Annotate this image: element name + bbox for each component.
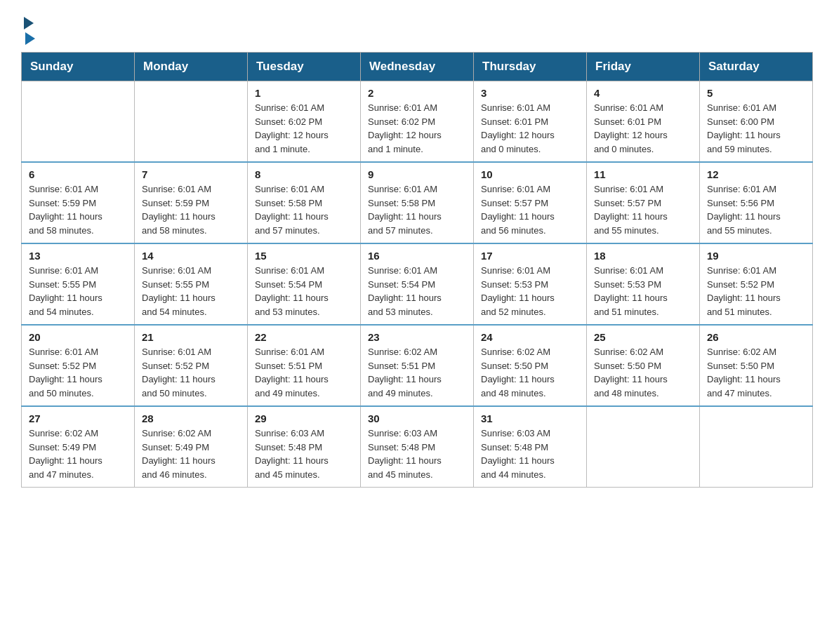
day-info: Sunrise: 6:03 AM Sunset: 5:48 PM Dayligh… (481, 427, 579, 481)
day-info: Sunrise: 6:02 AM Sunset: 5:49 PM Dayligh… (29, 427, 127, 481)
day-info: Sunrise: 6:01 AM Sunset: 5:58 PM Dayligh… (368, 182, 466, 237)
calendar-header-cell: Friday (587, 53, 700, 81)
calendar-cell: 29Sunrise: 6:03 AM Sunset: 5:48 PM Dayli… (248, 406, 361, 488)
calendar-cell: 4Sunrise: 6:01 AM Sunset: 6:01 PM Daylig… (587, 81, 700, 163)
calendar-cell (700, 406, 813, 488)
calendar-cell: 3Sunrise: 6:01 AM Sunset: 6:01 PM Daylig… (474, 81, 587, 163)
day-number: 28 (142, 412, 240, 424)
day-number: 29 (255, 412, 353, 424)
calendar-cell: 13Sunrise: 6:01 AM Sunset: 5:55 PM Dayli… (22, 243, 135, 325)
calendar-header: SundayMondayTuesdayWednesdayThursdayFrid… (22, 53, 813, 81)
calendar-body: 1Sunrise: 6:01 AM Sunset: 6:02 PM Daylig… (22, 81, 813, 488)
calendar-cell: 12Sunrise: 6:01 AM Sunset: 5:56 PM Dayli… (700, 162, 813, 243)
calendar-cell: 5Sunrise: 6:01 AM Sunset: 6:00 PM Daylig… (700, 81, 813, 163)
day-number: 12 (707, 168, 805, 180)
day-number: 27 (29, 412, 127, 424)
day-number: 4 (594, 87, 692, 99)
day-number: 9 (368, 168, 466, 180)
day-number: 21 (142, 331, 240, 343)
calendar-week-row: 27Sunrise: 6:02 AM Sunset: 5:49 PM Dayli… (22, 406, 813, 488)
day-info: Sunrise: 6:01 AM Sunset: 6:02 PM Dayligh… (368, 101, 466, 156)
calendar-cell: 14Sunrise: 6:01 AM Sunset: 5:55 PM Dayli… (135, 243, 248, 325)
day-number: 15 (255, 250, 353, 262)
day-number: 2 (368, 87, 466, 99)
day-info: Sunrise: 6:01 AM Sunset: 5:59 PM Dayligh… (142, 182, 240, 237)
calendar-cell: 8Sunrise: 6:01 AM Sunset: 5:58 PM Daylig… (248, 162, 361, 243)
day-info: Sunrise: 6:02 AM Sunset: 5:51 PM Dayligh… (368, 345, 466, 400)
calendar-cell: 11Sunrise: 6:01 AM Sunset: 5:57 PM Dayli… (587, 162, 700, 243)
calendar-cell: 1Sunrise: 6:01 AM Sunset: 6:02 PM Daylig… (248, 81, 361, 163)
day-number: 30 (368, 412, 466, 424)
day-number: 22 (255, 331, 353, 343)
calendar-header-cell: Monday (135, 53, 248, 81)
calendar-cell: 2Sunrise: 6:01 AM Sunset: 6:02 PM Daylig… (361, 81, 474, 163)
calendar-week-row: 13Sunrise: 6:01 AM Sunset: 5:55 PM Dayli… (22, 243, 813, 325)
logo (21, 14, 37, 45)
day-info: Sunrise: 6:01 AM Sunset: 6:01 PM Dayligh… (481, 101, 579, 156)
calendar-cell: 24Sunrise: 6:02 AM Sunset: 5:50 PM Dayli… (474, 325, 587, 406)
day-info: Sunrise: 6:01 AM Sunset: 6:00 PM Dayligh… (707, 101, 805, 156)
day-info: Sunrise: 6:01 AM Sunset: 5:58 PM Dayligh… (255, 182, 353, 237)
calendar-week-row: 20Sunrise: 6:01 AM Sunset: 5:52 PM Dayli… (22, 325, 813, 406)
calendar-cell (135, 81, 248, 163)
day-info: Sunrise: 6:01 AM Sunset: 6:01 PM Dayligh… (594, 101, 692, 156)
day-info: Sunrise: 6:01 AM Sunset: 5:51 PM Dayligh… (255, 345, 353, 400)
day-number: 16 (368, 250, 466, 262)
day-number: 11 (594, 168, 692, 180)
day-info: Sunrise: 6:01 AM Sunset: 5:54 PM Dayligh… (368, 264, 466, 318)
calendar-cell: 31Sunrise: 6:03 AM Sunset: 5:48 PM Dayli… (474, 406, 587, 488)
day-info: Sunrise: 6:01 AM Sunset: 5:55 PM Dayligh… (142, 264, 240, 318)
day-info: Sunrise: 6:01 AM Sunset: 5:53 PM Dayligh… (594, 264, 692, 318)
day-info: Sunrise: 6:01 AM Sunset: 5:57 PM Dayligh… (481, 182, 579, 237)
calendar-cell: 30Sunrise: 6:03 AM Sunset: 5:48 PM Dayli… (361, 406, 474, 488)
calendar-header-cell: Sunday (22, 53, 135, 81)
day-number: 13 (29, 250, 127, 262)
day-info: Sunrise: 6:01 AM Sunset: 5:52 PM Dayligh… (707, 264, 805, 318)
day-number: 8 (255, 168, 353, 180)
day-number: 20 (29, 331, 127, 343)
calendar-cell: 9Sunrise: 6:01 AM Sunset: 5:58 PM Daylig… (361, 162, 474, 243)
day-number: 31 (481, 412, 579, 424)
calendar-header-cell: Thursday (474, 53, 587, 81)
day-info: Sunrise: 6:01 AM Sunset: 5:52 PM Dayligh… (142, 345, 240, 400)
day-number: 3 (481, 87, 579, 99)
day-info: Sunrise: 6:02 AM Sunset: 5:49 PM Dayligh… (142, 427, 240, 481)
calendar-header-cell: Wednesday (361, 53, 474, 81)
calendar-cell: 15Sunrise: 6:01 AM Sunset: 5:54 PM Dayli… (248, 243, 361, 325)
day-number: 7 (142, 168, 240, 180)
calendar-header-cell: Saturday (700, 53, 813, 81)
day-number: 19 (707, 250, 805, 262)
calendar-cell: 22Sunrise: 6:01 AM Sunset: 5:51 PM Dayli… (248, 325, 361, 406)
day-info: Sunrise: 6:02 AM Sunset: 5:50 PM Dayligh… (594, 345, 692, 400)
day-info: Sunrise: 6:01 AM Sunset: 6:02 PM Dayligh… (255, 101, 353, 156)
day-info: Sunrise: 6:01 AM Sunset: 5:53 PM Dayligh… (481, 264, 579, 318)
calendar-cell: 16Sunrise: 6:01 AM Sunset: 5:54 PM Dayli… (361, 243, 474, 325)
day-info: Sunrise: 6:01 AM Sunset: 5:57 PM Dayligh… (594, 182, 692, 237)
calendar-cell: 20Sunrise: 6:01 AM Sunset: 5:52 PM Dayli… (22, 325, 135, 406)
calendar-header-cell: Tuesday (248, 53, 361, 81)
calendar-cell: 27Sunrise: 6:02 AM Sunset: 5:49 PM Dayli… (22, 406, 135, 488)
page-header (21, 14, 813, 45)
calendar-cell: 25Sunrise: 6:02 AM Sunset: 5:50 PM Dayli… (587, 325, 700, 406)
calendar-header-row: SundayMondayTuesdayWednesdayThursdayFrid… (22, 53, 813, 81)
calendar-cell: 26Sunrise: 6:02 AM Sunset: 5:50 PM Dayli… (700, 325, 813, 406)
day-info: Sunrise: 6:03 AM Sunset: 5:48 PM Dayligh… (255, 427, 353, 481)
calendar-cell: 19Sunrise: 6:01 AM Sunset: 5:52 PM Dayli… (700, 243, 813, 325)
calendar-cell: 28Sunrise: 6:02 AM Sunset: 5:49 PM Dayli… (135, 406, 248, 488)
day-info: Sunrise: 6:01 AM Sunset: 5:59 PM Dayligh… (29, 182, 127, 237)
logo-arrow-icon (24, 17, 34, 29)
calendar-cell: 18Sunrise: 6:01 AM Sunset: 5:53 PM Dayli… (587, 243, 700, 325)
calendar-cell: 23Sunrise: 6:02 AM Sunset: 5:51 PM Dayli… (361, 325, 474, 406)
calendar-cell: 6Sunrise: 6:01 AM Sunset: 5:59 PM Daylig… (22, 162, 135, 243)
calendar-table: SundayMondayTuesdayWednesdayThursdayFrid… (21, 52, 813, 488)
calendar-week-row: 1Sunrise: 6:01 AM Sunset: 6:02 PM Daylig… (22, 81, 813, 163)
calendar-cell (587, 406, 700, 488)
day-info: Sunrise: 6:02 AM Sunset: 5:50 PM Dayligh… (481, 345, 579, 400)
calendar-cell: 17Sunrise: 6:01 AM Sunset: 5:53 PM Dayli… (474, 243, 587, 325)
day-info: Sunrise: 6:01 AM Sunset: 5:54 PM Dayligh… (255, 264, 353, 318)
day-number: 5 (707, 87, 805, 99)
day-info: Sunrise: 6:03 AM Sunset: 5:48 PM Dayligh… (368, 427, 466, 481)
day-info: Sunrise: 6:01 AM Sunset: 5:56 PM Dayligh… (707, 182, 805, 237)
day-number: 6 (29, 168, 127, 180)
day-number: 10 (481, 168, 579, 180)
